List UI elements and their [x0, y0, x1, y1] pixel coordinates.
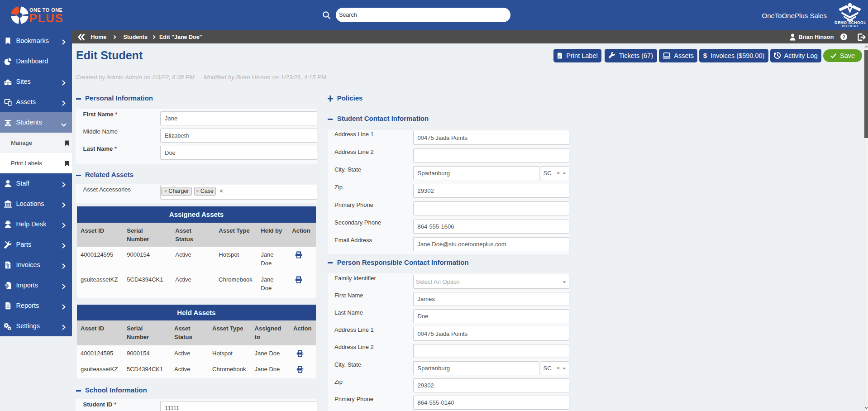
svg-text:DISTRICT: DISTRICT: [842, 24, 859, 27]
